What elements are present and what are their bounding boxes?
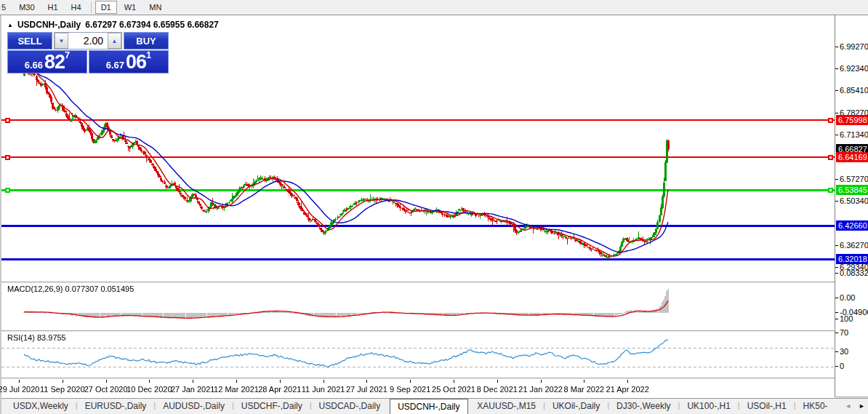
volume-increase-button[interactable]: ▲ <box>108 33 121 49</box>
timeframe-button-H1[interactable]: H1 <box>42 1 64 14</box>
timeframe-toolbar: 5M30H1H4D1W1MN <box>0 0 868 15</box>
x-axis-label: 8 Dec 2021 <box>477 385 518 394</box>
axis-tick <box>835 273 838 274</box>
timeframe-button-5[interactable]: 5 <box>0 1 12 14</box>
x-axis-label: 8 Mar 2022 <box>564 385 605 394</box>
y-axis-label: 6.50340 <box>840 196 868 205</box>
macd-label: MACD(12,26,9) 0.077307 0.051495 <box>7 284 134 293</box>
chart-tab-uk100-h1[interactable]: UK100-,H1 <box>680 399 737 414</box>
sell-price-big: 82 <box>44 52 65 72</box>
buy-price-box[interactable]: 6.67 06 1 <box>89 50 169 73</box>
chart-tab-eurusd-daily[interactable]: EURUSD-,Daily <box>78 399 154 414</box>
price-level-badge: 6.42660 <box>836 220 868 231</box>
volume-spinner: ▼ ▲ <box>54 32 122 49</box>
axis-tick <box>63 380 63 383</box>
y-axis-label: 0 <box>840 362 844 370</box>
timeframe-button-D1[interactable]: D1 <box>95 1 117 14</box>
axis-tick <box>835 113 838 114</box>
timeframe-button-W1[interactable]: W1 <box>118 1 142 14</box>
axis-tick <box>835 179 838 180</box>
timeframe-button-MN[interactable]: MN <box>143 1 167 14</box>
chart-tab-usdcnh-daily[interactable]: USDCNH-,Daily <box>390 399 467 414</box>
x-axis-label: 27 Jan 2021 <box>171 385 215 394</box>
y-axis-label: 6.99270 <box>840 42 868 51</box>
chart-tab-hk50-[interactable]: HK50- <box>796 399 835 414</box>
sell-price-sup: 7 <box>65 49 70 60</box>
axis-tick <box>454 380 454 383</box>
axis-tick <box>366 380 367 383</box>
timeframe-button-M30[interactable]: M30 <box>13 1 40 14</box>
buy-button[interactable]: BUY <box>124 32 169 49</box>
toolbar-separator <box>91 2 92 13</box>
y-axis-label: 70 <box>840 328 848 337</box>
axis-tick <box>835 319 838 319</box>
rsi-pane-canvas[interactable] <box>1 332 835 378</box>
price-level-badge: 6.75998 <box>836 115 868 125</box>
y-axis-label: 6.85410 <box>840 86 868 95</box>
axis-tick <box>835 312 838 313</box>
pane-separator[interactable] <box>1 282 836 283</box>
chart-ohlc-values: 6.67297 6.67394 6.65955 6.66827 <box>85 20 219 30</box>
tab-scroll-right-icon[interactable]: ► <box>859 402 865 410</box>
y-axis-label: 100 <box>840 314 853 323</box>
axis-tick <box>835 298 838 298</box>
volume-decrease-button[interactable]: ▼ <box>55 33 68 49</box>
price-axis[interactable]: 6.992706.923406.854106.782706.713406.572… <box>835 15 868 397</box>
trading-platform-window: 5M30H1H4D1W1MN ▲ USDCNH-,Daily 6.67297 6… <box>0 0 868 414</box>
chart-tab-ukoil-daily[interactable]: UKOil-,Daily <box>545 399 607 414</box>
y-axis-label: 30 <box>840 347 848 356</box>
chart-tab-dj30-weekly[interactable]: DJ30-,Weekly <box>609 399 678 414</box>
one-click-trading-panel: SELL ▼ ▲ BUY 6.66 82 7 6.67 06 1 <box>7 32 169 73</box>
x-axis-label: 27 Oct 2020 <box>84 385 128 394</box>
chart-tab-usoil-h1[interactable]: USOil-,H1 <box>740 399 794 414</box>
x-axis-label: 27 Jul 2021 <box>346 385 387 394</box>
axis-tick <box>236 380 237 383</box>
chart-title: ▲ USDCNH-,Daily 6.67297 6.67394 6.65955 … <box>7 20 219 30</box>
pane-separator[interactable] <box>1 330 836 332</box>
axis-tick <box>541 380 542 383</box>
price-level-badge: 6.53845 <box>836 185 868 195</box>
x-axis-label: 11 Jun 2021 <box>302 385 345 394</box>
x-axis-label: 21 Jan 2022 <box>518 385 563 394</box>
axis-tick <box>193 380 193 383</box>
axis-tick <box>584 380 584 383</box>
buy-price-sup: 1 <box>146 49 151 60</box>
axis-tick <box>280 380 281 383</box>
chart-tab-usdx-weekly[interactable]: USDX,Weekly <box>6 399 76 414</box>
price-level-badge: 6.32018 <box>836 254 868 264</box>
chart-tab-audusd-daily[interactable]: AUDUSD-,Daily <box>156 399 232 414</box>
x-axis-label: 10 Dec 2020 <box>126 385 172 394</box>
axis-tick <box>835 333 838 333</box>
x-axis-label: 12 Mar 2021 <box>214 385 259 394</box>
chart-tab-xauusd-m15[interactable]: XAUUSD-,M15 <box>470 399 543 414</box>
y-axis-label: 6.71340 <box>840 130 868 139</box>
price-level-badge: 6.64169 <box>836 152 868 162</box>
axis-tick <box>835 351 838 352</box>
date-axis[interactable]: 29 Jul 202011 Sep 202027 Oct 202010 Dec … <box>1 380 835 398</box>
axis-tick <box>497 380 498 383</box>
buy-price-big: 06 <box>126 52 146 72</box>
sell-price-box[interactable]: 6.66 82 7 <box>7 50 87 73</box>
axis-tick <box>835 267 838 268</box>
chart-tab-usdcad-daily[interactable]: USDCAD-,Daily <box>312 399 388 414</box>
pane-separator[interactable] <box>1 378 836 379</box>
timeframe-button-H4[interactable]: H4 <box>65 1 87 14</box>
x-axis-label: 29 Jul 2020 <box>0 385 39 394</box>
x-axis-label: 28 Apr 2021 <box>258 385 301 394</box>
axis-tick <box>835 245 838 246</box>
axis-tick <box>106 380 107 383</box>
axis-tick <box>835 68 838 69</box>
collapse-icon[interactable]: ▲ <box>7 22 13 28</box>
x-axis-label: 21 Apr 2022 <box>606 385 649 394</box>
tab-scroll-buttons: ◄ ► <box>842 401 868 411</box>
x-axis-label: 11 Sep 2020 <box>40 385 85 394</box>
axis-tick <box>19 380 20 383</box>
axis-tick <box>149 380 150 383</box>
axis-tick <box>835 366 838 367</box>
tab-scroll-left-icon[interactable]: ◄ <box>845 402 851 410</box>
chart-tab-usdchf-daily[interactable]: USDCHF-,Daily <box>234 399 310 414</box>
x-axis-label: 9 Sep 2021 <box>390 385 430 394</box>
volume-input[interactable] <box>68 33 108 49</box>
axis-tick <box>835 135 838 135</box>
sell-button[interactable]: SELL <box>7 32 52 49</box>
